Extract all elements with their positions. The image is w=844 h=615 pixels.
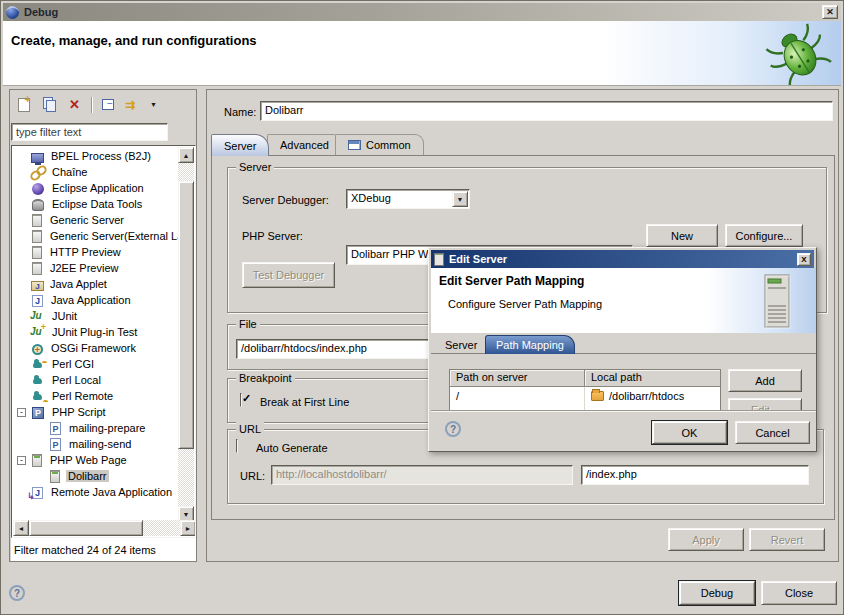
apply-button[interactable]: Apply (668, 528, 744, 551)
scroll-up-icon[interactable]: ▲ (178, 147, 194, 163)
view-menu-icon[interactable]: ▼ (150, 97, 167, 113)
tree-item-php-web-page[interactable]: -PHP Web Page (13, 452, 179, 468)
server-icon (32, 230, 42, 243)
tree-item-label: Chaîne (50, 166, 89, 178)
perl-remote-icon (30, 388, 46, 404)
tree-item-java-application[interactable]: JJava Application (13, 292, 179, 308)
edit-server-titlebar[interactable]: Edit Server X (431, 250, 814, 268)
folder-icon (591, 391, 604, 401)
tree-item-php-script[interactable]: -PPHP Script (13, 404, 179, 420)
tree-item-http-preview[interactable]: HTTP Preview (13, 244, 179, 260)
php-server-icon (50, 470, 60, 483)
perl-cgi-icon (30, 356, 46, 372)
auto-generate-checkbox[interactable] (236, 439, 238, 453)
window-close-button[interactable]: ✕ (822, 5, 838, 19)
toolbar-separator (91, 97, 92, 113)
revert-button[interactable]: Revert (749, 528, 825, 551)
scroll-right-icon[interactable]: ► (180, 520, 196, 536)
tree-item-label: Perl Remote (50, 390, 115, 402)
tree-item-mailing-prepare[interactable]: Pmailing-prepare (13, 420, 179, 436)
edit-server-title: Edit Server (449, 253, 507, 265)
collapse-toggle-icon[interactable]: - (17, 456, 26, 465)
database-icon (32, 199, 44, 211)
scroll-track (178, 163, 194, 181)
filter-configurations-icon[interactable]: ⇉ (125, 97, 142, 113)
tree-item-generic-server[interactable]: Generic Server (13, 212, 179, 228)
tree-item-generic-server-external-la[interactable]: Generic Server(External La (13, 228, 179, 244)
tree-item-label: Generic Server (48, 214, 126, 226)
tree-item-cha-ne[interactable]: Chaîne (13, 164, 179, 180)
tree-item-perl-remote[interactable]: Perl Remote (13, 388, 179, 404)
tree-item-label: mailing-send (67, 438, 133, 450)
tree-item-perl-cgi[interactable]: Perl CGI (13, 356, 179, 372)
debug-button[interactable]: Debug (679, 581, 755, 605)
tree-item-perl-local[interactable]: Perl Local (13, 372, 179, 388)
add-mapping-button[interactable]: Add (728, 369, 802, 392)
tab-common[interactable]: Common (335, 134, 424, 155)
vertical-scroll-thumb[interactable] (178, 181, 194, 449)
column-local-path[interactable]: Local path (585, 370, 720, 387)
remote-java-icon: J (32, 487, 43, 499)
edit-server-heading: Edit Server Path Mapping (439, 274, 584, 288)
test-debugger-button[interactable]: Test Debugger (242, 262, 335, 288)
dialog-banner: Create, manage, and run configurations (3, 21, 841, 86)
server-path-cell[interactable]: / (450, 387, 585, 405)
scroll-left-icon[interactable]: ◄ (13, 520, 29, 536)
local-path-cell[interactable]: /dolibarr/htdocs (585, 387, 720, 405)
configure-server-button[interactable]: Configure... (725, 224, 803, 247)
tree-item-bpel-process-b2j-[interactable]: BPEL Process (B2J) (13, 148, 179, 164)
filter-input[interactable]: type filter text (11, 123, 168, 141)
name-input[interactable]: Dolibarr (260, 101, 833, 121)
new-configuration-icon[interactable] (16, 97, 33, 113)
table-header-row: Path on server Local path (450, 370, 720, 387)
close-button[interactable]: Close (761, 581, 837, 605)
tree-item-eclipse-data-tools[interactable]: Eclipse Data Tools (13, 196, 179, 212)
tree-item-mailing-send[interactable]: Pmailing-send (13, 436, 179, 452)
tree-item-java-applet[interactable]: JJava Applet (13, 276, 179, 292)
tree-item-label: JUnit (50, 310, 79, 322)
tree-item-label: J2EE Preview (48, 262, 120, 274)
dialog-help-icon[interactable]: ? (445, 421, 461, 437)
collapse-toggle-icon[interactable]: - (17, 408, 26, 417)
tree-item-eclipse-application[interactable]: Eclipse Application (13, 180, 179, 196)
tree-vertical-scrollbar[interactable]: ▲ ▼ (178, 147, 194, 522)
new-server-button[interactable]: New (646, 224, 718, 247)
column-path-on-server[interactable]: Path on server (450, 370, 585, 387)
junit-plugin-icon: Ju (30, 324, 46, 340)
chevron-down-icon[interactable]: ▼ (452, 191, 468, 207)
php-icon: P (32, 407, 44, 419)
duplicate-configuration-icon[interactable] (41, 97, 58, 113)
tab-advanced[interactable]: Advanced (267, 134, 342, 155)
help-icon[interactable]: ? (9, 585, 25, 601)
tree-item-label: Generic Server(External La (48, 230, 179, 242)
server-debugger-combo[interactable]: XDebug ▼ (346, 189, 470, 209)
tab-server[interactable]: Server (211, 134, 269, 156)
tab-server-settings[interactable]: Server (435, 335, 487, 354)
horizontal-scroll-thumb[interactable] (29, 520, 143, 536)
scroll-track (178, 449, 194, 506)
tree-item-osgi-framework[interactable]: OSGi Framework (13, 340, 179, 356)
tree-horizontal-scrollbar[interactable]: ◄ ► (13, 520, 196, 536)
break-first-line-checkbox[interactable] (240, 393, 242, 407)
tree-item-dolibarr[interactable]: Dolibarr (13, 468, 179, 484)
php-file-icon: P (50, 438, 61, 451)
edit-server-subheading: Configure Server Path Mapping (448, 298, 602, 310)
tree-item-junit[interactable]: JuJUnit (13, 308, 179, 324)
window-titlebar[interactable]: Debug ✕ (3, 3, 841, 21)
table-row[interactable]: //dolibarr/htdocs (450, 387, 720, 405)
chain-icon (30, 164, 46, 180)
tree-item-label: OSGi Framework (49, 342, 138, 354)
tree-item-j2ee-preview[interactable]: J2EE Preview (13, 260, 179, 276)
url-path-input[interactable]: /index.php (581, 465, 809, 485)
ok-button[interactable]: OK (652, 421, 727, 444)
cancel-button[interactable]: Cancel (735, 421, 810, 444)
tree-item-label: Eclipse Application (50, 182, 146, 194)
tree-item-remote-java-application[interactable]: JRemote Java Application (13, 484, 179, 500)
tree-item-label: PHP Script (50, 406, 108, 418)
tree-item-junit-plug-in-test[interactable]: JuJUnit Plug-in Test (13, 324, 179, 340)
delete-configuration-icon[interactable]: ✕ (66, 97, 83, 113)
edit-server-close-button[interactable]: X (797, 253, 811, 266)
tree-item-label: Java Application (49, 294, 133, 306)
tab-path-mapping[interactable]: Path Mapping (485, 335, 575, 354)
collapse-all-icon[interactable] (100, 97, 117, 113)
